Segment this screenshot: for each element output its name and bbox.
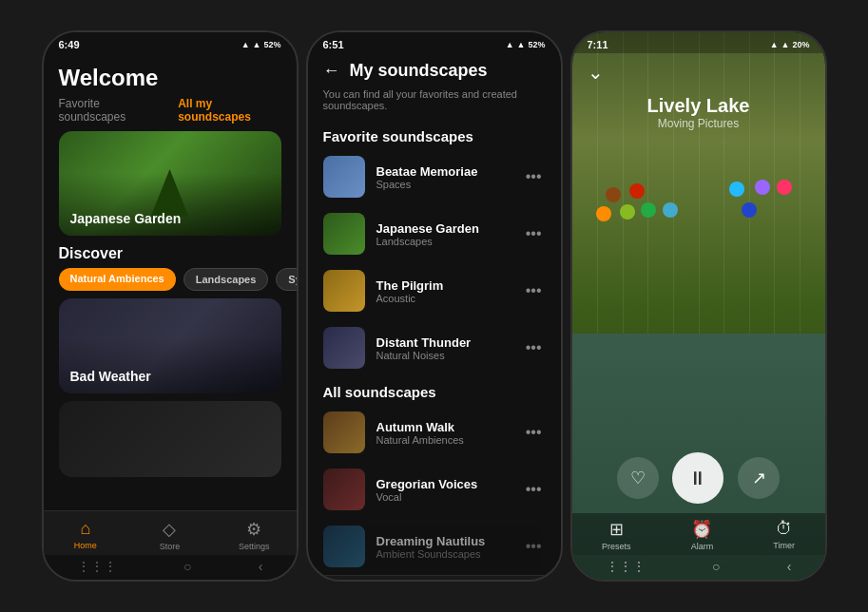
genre-thunder: Natural Noises xyxy=(376,350,511,361)
signal-icon-2: ▲ xyxy=(506,40,514,49)
gesture-home-3[interactable]: ○ xyxy=(712,559,720,574)
color-dot-9[interactable] xyxy=(742,202,757,218)
player-bottom-nav: ⊞ Presets ⏰ Alarm ⏱ Timer xyxy=(572,513,825,555)
gesture-recents[interactable]: ‹ xyxy=(259,559,263,574)
signal-icon: ▲ xyxy=(241,40,250,49)
genre-pilgrim: Acoustic xyxy=(376,293,511,304)
alarm-icon: ⏰ xyxy=(691,519,712,540)
soundscape-item-beatae[interactable]: Beatae Memoriae Spaces ••• xyxy=(308,148,561,205)
player-controls: ♡ ⏸ ↗ xyxy=(572,443,825,513)
tab-all[interactable]: All my soundscapes xyxy=(178,97,280,124)
page-subtitle: You can find all your favorites and crea… xyxy=(308,88,561,121)
genre-autumn: Natural Ambiences xyxy=(376,434,511,446)
alarm-label: Alarm xyxy=(691,542,714,551)
color-dots-container xyxy=(572,138,825,443)
gesture-back[interactable]: ⋮⋮⋮ xyxy=(77,559,117,574)
color-dot-0[interactable] xyxy=(606,187,621,202)
color-dot-3[interactable] xyxy=(620,204,635,220)
home-icon-1: ⌂ xyxy=(80,519,90,539)
soundscape-item-thunder[interactable]: Distant Thunder Natural Noises ••• xyxy=(308,319,561,376)
nav-timer[interactable]: ⏱ Timer xyxy=(773,519,795,551)
chip-landscapes[interactable]: Landscapes xyxy=(183,268,269,291)
discover-card-2[interactable] xyxy=(59,401,281,477)
gesture-recents-3[interactable]: ‹ xyxy=(787,559,792,574)
color-dot-5[interactable] xyxy=(663,202,678,218)
timer-icon: ⏱ xyxy=(776,519,793,539)
chip-sym[interactable]: Sym... xyxy=(276,268,296,291)
chevron-down-icon[interactable]: ⌄ xyxy=(588,61,604,84)
battery-icon: 52% xyxy=(263,40,280,49)
chip-natural[interactable]: Natural Ambiences xyxy=(59,268,176,291)
bottom-nav-1: ⌂ Home ◇ Store ⚙ Settings xyxy=(44,510,297,555)
name-gregorian: Gregorian Voices xyxy=(376,477,511,491)
time-2: 6:51 xyxy=(323,39,344,50)
status-bar-1: 6:49 ▲ ▲ 52% xyxy=(44,32,297,53)
hero-card-garden[interactable]: Japanese Garden xyxy=(59,131,281,236)
phone-2: 6:51 ▲ ▲ 52% ← My soundscapes You can fi… xyxy=(306,30,563,582)
genre-beatae: Spaces xyxy=(376,179,511,190)
nav-home-1[interactable]: ⌂ Home xyxy=(62,519,109,551)
nav-settings-1[interactable]: ⚙ Settings xyxy=(230,519,278,551)
gesture-bar-1: ⋮⋮⋮ ○ ‹ xyxy=(44,555,297,580)
phone-1: 6:49 ▲ ▲ 52% Welcome Favorite soundscape… xyxy=(42,30,299,582)
wifi-icon: ▲ xyxy=(253,40,261,49)
gesture-bar-3: ⋮⋮⋮ ○ ‹ xyxy=(572,555,825,580)
presets-icon: ⊞ xyxy=(609,519,624,540)
color-dot-7[interactable] xyxy=(755,180,770,195)
page-title-2: My soundscapes xyxy=(350,61,488,81)
thumb-nautilus xyxy=(323,526,365,567)
nav-presets[interactable]: ⊞ Presets xyxy=(602,519,631,551)
more-gregorian[interactable]: ••• xyxy=(522,477,546,502)
color-dot-8[interactable] xyxy=(777,180,792,195)
gesture-home[interactable]: ○ xyxy=(183,559,191,574)
favorite-button[interactable]: ♡ xyxy=(617,457,659,499)
color-dot-1[interactable] xyxy=(629,183,645,199)
welcome-tabs: Favorite soundscapes All my soundscapes xyxy=(59,97,281,124)
info-garden: Japanese Garden Landscapes xyxy=(376,221,511,247)
soundscape-item-pilgrim[interactable]: The Pilgrim Acoustic ••• xyxy=(308,262,561,319)
color-dot-6[interactable] xyxy=(729,182,744,197)
all-heading: All soundscapes xyxy=(308,376,561,404)
more-garden[interactable]: ••• xyxy=(522,221,546,246)
soundscape-item-nautilus[interactable]: Dreaming Nautilus Ambient Soundscapes ••… xyxy=(308,518,561,575)
back-arrow[interactable]: ← xyxy=(323,61,340,81)
soundscape-item-autumn[interactable]: Autumn Walk Natural Ambiences ••• xyxy=(308,404,561,461)
thumb-beatae xyxy=(323,156,365,198)
info-pilgrim: The Pilgrim Acoustic xyxy=(376,278,511,304)
nav-alarm[interactable]: ⏰ Alarm xyxy=(691,519,714,551)
hero-label-weather: Bad Weather xyxy=(70,369,151,384)
status-icons-3: ▲ ▲ 20% xyxy=(770,40,810,49)
genre-gregorian: Vocal xyxy=(376,491,511,503)
pause-button[interactable]: ⏸ xyxy=(672,452,723,504)
color-dot-2[interactable] xyxy=(596,206,611,221)
color-dot-4[interactable] xyxy=(641,202,656,218)
thumb-thunder xyxy=(323,327,365,369)
info-autumn: Autumn Walk Natural Ambiences xyxy=(376,420,511,446)
screen-1: Welcome Favorite soundscapes All my soun… xyxy=(44,53,297,580)
more-beatae[interactable]: ••• xyxy=(522,164,546,189)
status-icons-1: ▲ ▲ 52% xyxy=(241,40,281,49)
discover-card-weather[interactable]: Bad Weather xyxy=(59,298,281,393)
more-autumn[interactable]: ••• xyxy=(522,420,546,445)
name-beatae: Beatae Memoriae xyxy=(376,164,511,179)
time-1: 6:49 xyxy=(59,39,80,50)
wifi-icon-2: ▲ xyxy=(517,40,526,49)
more-nautilus[interactable]: ••• xyxy=(522,534,546,559)
welcome-header: Welcome Favorite soundscapes All my soun… xyxy=(44,53,297,131)
more-pilgrim[interactable]: ••• xyxy=(522,278,546,303)
battery-icon-2: 52% xyxy=(528,40,545,49)
name-thunder: Distant Thunder xyxy=(376,335,511,350)
nav-store-1[interactable]: ◇ Store xyxy=(145,519,193,551)
signal-icon-3: ▲ xyxy=(770,40,779,49)
tab-favorite[interactable]: Favorite soundscapes xyxy=(59,97,164,124)
gesture-back-3[interactable]: ⋮⋮⋮ xyxy=(606,559,646,574)
nav-home-label-1: Home xyxy=(74,541,97,550)
more-thunder[interactable]: ••• xyxy=(522,335,546,360)
status-bar-3: 7:11 ▲ ▲ 20% xyxy=(572,32,825,53)
timer-label: Timer xyxy=(773,541,795,550)
soundscape-item-gregorian[interactable]: Gregorian Voices Vocal ••• xyxy=(308,461,561,518)
filter-chips: Natural Ambiences Landscapes Sym... xyxy=(44,268,297,298)
share-button[interactable]: ↗ xyxy=(738,457,780,499)
soundscape-item-garden[interactable]: Japanese Garden Landscapes ••• xyxy=(308,205,561,262)
info-beatae: Beatae Memoriae Spaces xyxy=(376,164,511,190)
